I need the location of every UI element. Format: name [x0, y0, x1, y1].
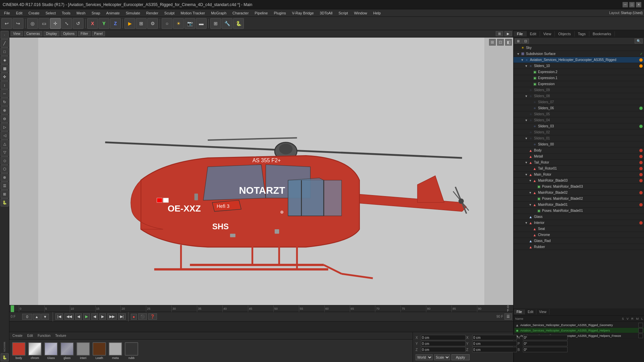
tl-auto-key[interactable]: ⚫ — [138, 313, 147, 320]
vp-view-btn[interactable]: View — [11, 31, 23, 36]
obj-metall[interactable]: ▲ Metall — [514, 154, 644, 160]
coord-y-input[interactable] — [421, 341, 466, 346]
layout-selector[interactable]: Startup (Used) — [621, 11, 643, 15]
obj-blade02[interactable]: ▼ ▲ MainRotor_Blade02 — [514, 190, 644, 196]
minimize-button[interactable]: ─ — [623, 2, 628, 7]
obj-sliders03[interactable]: ○ Sliders_03 — [514, 123, 644, 129]
menu-tools[interactable]: Tools — [59, 10, 73, 16]
menu-plugins[interactable]: Plugins — [271, 10, 288, 16]
obj-sliders08[interactable]: ▼ ○ Sliders_08 — [514, 93, 644, 99]
rotate-button[interactable]: ↺ — [73, 18, 84, 29]
tl-go-start[interactable]: |◀ — [55, 313, 63, 320]
obj-sliders10[interactable]: ▼ ○ Sliders_10 — [514, 63, 644, 69]
left-tool-python[interactable]: 🐍 — [1, 198, 9, 206]
obj-sliders04-expand[interactable]: ▼ — [524, 119, 528, 122]
coord-px-input[interactable] — [472, 335, 517, 340]
menu-motion-tracker[interactable]: Motion Tracker — [178, 10, 208, 16]
tl-step-down[interactable]: ▼ — [41, 314, 49, 320]
obj-sky[interactable]: ☀ Sky — [514, 45, 644, 51]
render-settings-button[interactable]: ⚙ — [147, 18, 158, 29]
timeline-track[interactable] — [9, 321, 513, 332]
material-interi[interactable]: interi — [76, 342, 90, 360]
mat-texture[interactable]: Texture — [54, 334, 68, 338]
coord-hy-input[interactable] — [523, 341, 568, 346]
tl-record[interactable]: ● — [131, 314, 137, 320]
maximize-button[interactable]: □ — [629, 2, 635, 7]
rp-tool-2[interactable]: ⊡ — [522, 39, 529, 44]
material-leath[interactable]: Leath — [93, 342, 106, 360]
rp-tab-objects[interactable]: Objects — [555, 31, 574, 37]
left-tool-5[interactable]: ⊖ — [1, 115, 9, 123]
obj-mainrotor[interactable]: ▼ ▲ Main_Rotor — [514, 172, 644, 178]
left-tool-6[interactable]: ▷ — [1, 123, 9, 131]
menu-script[interactable]: Script — [336, 10, 351, 16]
material-glass[interactable]: Glass — [44, 342, 58, 360]
rp-tool-1[interactable]: ⊞ — [515, 39, 522, 44]
left-tool-11[interactable]: ⬡ — [1, 165, 9, 173]
y-axis-button[interactable]: Y — [99, 18, 109, 29]
mat-function[interactable]: Function — [36, 334, 52, 338]
obj-sliders08-expand[interactable]: ▼ — [524, 95, 528, 98]
obj-poses-blade02[interactable]: ▣ Poses: MainRotor_Blade02 — [514, 196, 644, 202]
prop-helpers[interactable]: ■ Aviation_Services_Helicopter_Eurocopte… — [515, 328, 644, 333]
live-selection-button[interactable]: ◎ — [27, 18, 38, 29]
obj-sliders05[interactable]: ○ Sliders_05 — [514, 111, 644, 117]
obj-blade03[interactable]: ▼ ▲ MainRotor_Blade03 — [514, 178, 644, 184]
obj-expr2[interactable]: ▣ Expression.2 — [514, 69, 644, 75]
coord-hx-input[interactable] — [523, 335, 568, 340]
tl-mode-btn[interactable]: ☰ — [504, 313, 512, 320]
python-button[interactable]: 🐍 — [233, 18, 244, 29]
obj-chrome[interactable]: ▲ Chrome — [514, 232, 644, 238]
rp-tab-file[interactable]: File — [514, 31, 527, 37]
obj-subdiv-expand[interactable]: ▼ — [516, 52, 520, 56]
vp-frame-all[interactable]: ⊞ — [496, 31, 503, 36]
obj-subdiv[interactable]: ▼ ⊞ Subdivision Surface ✓ — [514, 51, 644, 57]
obj-sliders06[interactable]: ○ Sliders_06 — [514, 105, 644, 111]
coord-x-input[interactable] — [421, 335, 466, 340]
obj-expr[interactable]: ▣ Expression — [514, 81, 644, 87]
obj-glass[interactable]: ▲ Glass — [514, 214, 644, 220]
obj-interior-expand[interactable]: ▼ — [524, 221, 528, 225]
left-tool-polys[interactable]: □ — [1, 48, 9, 56]
scale-button[interactable]: ⤡ — [61, 18, 72, 29]
menu-mesh[interactable]: Mesh — [74, 10, 88, 16]
menu-vray[interactable]: V-Ray Bridge — [289, 10, 317, 16]
coord-pz-input[interactable] — [472, 347, 517, 352]
left-tool-edges[interactable]: ╱ — [1, 39, 9, 47]
apply-button[interactable]: Apply — [451, 354, 470, 360]
left-tool-12[interactable]: ⊗ — [1, 173, 9, 181]
rp-tab-bookmarks[interactable]: Bookmarks — [589, 31, 615, 37]
coord-hz-input[interactable] — [523, 347, 568, 352]
obj-tailrotor01[interactable]: ▲ Tail_Rotor01 — [514, 166, 644, 172]
obj-body[interactable]: ▲ Body — [514, 147, 644, 154]
obj-blade01-expand[interactable]: ▼ — [528, 203, 532, 206]
material-glass2[interactable]: glass — [60, 342, 74, 360]
left-tool-points[interactable]: · — [1, 31, 9, 39]
obj-sliders07[interactable]: ○ Sliders_07 — [514, 99, 644, 105]
attr-tab-edit[interactable]: Edit — [525, 309, 536, 314]
obj-interior[interactable]: ▼ ▲ Interior — [514, 220, 644, 226]
left-tool-9[interactable]: ▽ — [1, 148, 9, 156]
tl-frame-input[interactable]: 0 — [22, 314, 32, 320]
left-tool-8[interactable]: △ — [1, 140, 9, 148]
menu-help[interactable]: Help — [371, 10, 384, 16]
render-button[interactable]: ▶ — [124, 18, 135, 29]
tl-play[interactable]: ▶ — [83, 313, 90, 320]
attr-tab-view[interactable]: View — [536, 309, 549, 314]
render-region-button[interactable]: ⊞ — [136, 18, 147, 29]
tl-play-reverse[interactable]: ◀ — [91, 313, 98, 320]
coord-space-select[interactable]: World Object — [416, 354, 433, 360]
left-tool-13[interactable]: ☰ — [1, 182, 9, 190]
obj-sliders02[interactable]: ○ Sliders_02 — [514, 129, 644, 135]
left-tool-model[interactable]: ◈ — [1, 56, 9, 64]
menu-create[interactable]: Create — [26, 10, 42, 16]
vp-filter-btn[interactable]: Filter — [78, 31, 90, 36]
obj-tailrotor-expand[interactable]: ▼ — [524, 161, 528, 164]
menu-simulate[interactable]: Simulate — [123, 10, 143, 16]
left-tool-10[interactable]: ◇ — [1, 157, 9, 165]
viewport-canvas[interactable]: OE-XXZ NOTARZT SHS AS 355 F2+ Hefi 3 — [9, 38, 513, 305]
left-tool-2[interactable]: ↔ — [1, 89, 9, 98]
obj-sliders01[interactable]: ▼ ○ Sliders_01 — [514, 135, 644, 141]
viewport-expand-btn[interactable]: ⊞ — [489, 39, 496, 46]
material-body[interactable]: body — [12, 342, 25, 360]
